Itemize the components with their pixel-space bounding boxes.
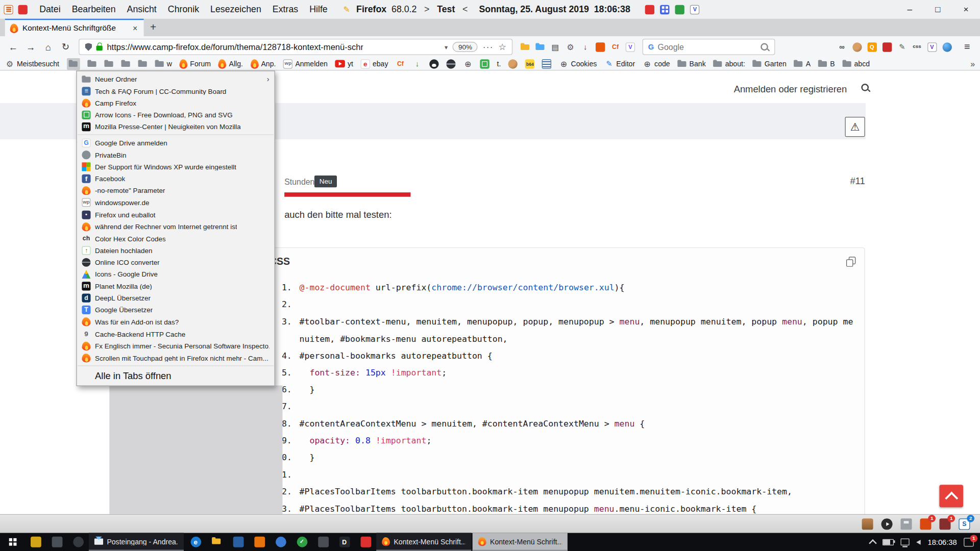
- orange-app-button[interactable]: [249, 533, 270, 551]
- menu-item[interactable]: windowspower.de: [77, 197, 275, 209]
- tab-active[interactable]: Kontext-Menü Schriftgröße ×: [5, 19, 144, 36]
- close-button[interactable]: ×: [952, 0, 980, 19]
- forward-button[interactable]: →: [22, 39, 39, 55]
- menu-item-open-all-in-tabs[interactable]: Alle in Tabs öffnen: [77, 368, 275, 384]
- red-box-icon[interactable]: [883, 42, 892, 52]
- menubar-item-hilfe[interactable]: Hilfe: [304, 5, 333, 15]
- page-search-icon[interactable]: [861, 83, 870, 92]
- pinned-dark-app-1-button[interactable]: [46, 533, 68, 551]
- brush-button[interactable]: [862, 518, 873, 530]
- css-badge-icon[interactable]: [912, 42, 921, 52]
- sidebar-icon[interactable]: [551, 42, 560, 52]
- menu-item[interactable]: Camp Firefox: [77, 97, 275, 109]
- bookmark-folder[interactable]: [104, 59, 113, 68]
- home-button[interactable]: ⌂: [40, 39, 56, 55]
- blue-app-button[interactable]: [270, 533, 291, 551]
- bookmark-globe-dark[interactable]: [446, 59, 455, 68]
- bookmark-code[interactable]: code: [643, 59, 670, 68]
- bookmark-meistbesucht[interactable]: Meistbesucht: [5, 59, 59, 68]
- bookmark-about:[interactable]: about:: [713, 59, 745, 68]
- bookmark-table-blue[interactable]: [542, 59, 551, 68]
- new-tab-button[interactable]: +: [144, 19, 163, 36]
- taskbar-task[interactable]: Posteingang - Andrea...: [89, 533, 184, 551]
- menubar-item-extras[interactable]: Extras: [267, 5, 304, 15]
- bookmark-b64[interactable]: [525, 59, 534, 68]
- gear-icon[interactable]: [566, 42, 575, 52]
- menu-item[interactable]: Online ICO converter: [77, 257, 275, 268]
- pinned-dark-app-2-button[interactable]: [67, 533, 89, 551]
- tracking-shield-icon[interactable]: [85, 43, 92, 51]
- cf-icon[interactable]: [610, 42, 620, 52]
- bookmark-abcd[interactable]: abcd: [842, 59, 870, 68]
- bookmark-b[interactable]: B: [818, 59, 835, 68]
- start-button[interactable]: [0, 533, 25, 551]
- bookmark-folder[interactable]: [67, 58, 80, 69]
- menu-item[interactable]: Scrollen mit Touchpad geht in Firefox ni…: [77, 352, 275, 364]
- link-icon[interactable]: [837, 42, 846, 52]
- bookmark-a[interactable]: A: [794, 59, 811, 68]
- battery-icon[interactable]: [883, 539, 894, 545]
- bookmark-editor[interactable]: Editor: [604, 59, 635, 68]
- taskbar-clock[interactable]: 18:06:38: [927, 538, 957, 546]
- back-button[interactable]: ←: [5, 39, 21, 55]
- bookmark-cookies[interactable]: Cookies: [559, 59, 597, 68]
- menu-item[interactable]: Arrow Icons - Free Download, PNG and SVG: [77, 109, 275, 120]
- menu-item[interactable]: Color Hex Color Codes: [77, 233, 275, 244]
- menubar-item-bearbeiten[interactable]: Bearbeiten: [66, 5, 121, 15]
- bookmark-star-button[interactable]: ☆: [498, 42, 506, 52]
- pencil-icon[interactable]: [897, 42, 906, 52]
- search-bar[interactable]: G Google: [643, 39, 775, 55]
- bookmark-ebay[interactable]: ebay: [361, 59, 388, 68]
- d-app-button[interactable]: [334, 533, 355, 551]
- bookmark-allg.[interactable]: Allg.: [218, 59, 243, 68]
- menu-item[interactable]: Firefox und euballot: [77, 209, 275, 220]
- bookmark-w[interactable]: w: [155, 59, 172, 68]
- globe-blue-icon[interactable]: [942, 42, 951, 52]
- bookmark-folder[interactable]: [87, 59, 96, 68]
- menu-item[interactable]: Icons - Google Drive: [77, 268, 275, 280]
- bookmark-green-grid[interactable]: [480, 59, 489, 68]
- menu-item[interactable]: Planet Mozilla (de): [77, 280, 275, 292]
- tab-close-button[interactable]: ×: [132, 23, 139, 33]
- green-check-button[interactable]: [291, 533, 313, 551]
- url-text[interactable]: https://www.camp-firefox.de/forum/thema/…: [107, 42, 363, 52]
- search-input[interactable]: Google: [658, 42, 756, 52]
- taskbar-task[interactable]: Kontext-Menü Schrift...: [473, 533, 568, 551]
- lock-icon[interactable]: [96, 45, 103, 51]
- bookmark-github[interactable]: [429, 59, 438, 68]
- orange-box-icon[interactable]: [596, 42, 605, 52]
- bookmark-forum[interactable]: Forum: [180, 59, 211, 68]
- v-badge-icon[interactable]: [927, 42, 937, 52]
- q-orange-icon[interactable]: [867, 42, 876, 52]
- bookmark-anp.[interactable]: Anp.: [251, 59, 276, 68]
- menu-item[interactable]: Fx Englisch immer - Secunia Personal Sof…: [77, 340, 275, 352]
- action-center-button[interactable]: 1: [964, 538, 974, 546]
- menu-item[interactable]: Der Support für Windows XP wurde eingest…: [77, 161, 275, 172]
- bookmark-folder[interactable]: [121, 59, 130, 68]
- bookmark-garten[interactable]: Garten: [753, 59, 787, 68]
- menu-item[interactable]: Neuer Ordner›: [77, 73, 275, 85]
- bookmark-download-green[interactable]: [412, 59, 422, 68]
- red-app-button[interactable]: [355, 533, 377, 551]
- zoom-indicator[interactable]: 90%: [453, 42, 478, 52]
- post-number[interactable]: #11: [850, 176, 865, 186]
- menubar-item-ansicht[interactable]: Ansicht: [121, 5, 162, 15]
- copy-code-button[interactable]: [846, 257, 856, 267]
- menubar-item-chronik[interactable]: Chronik: [162, 5, 205, 15]
- menu-item[interactable]: -no-remote" Parameter: [77, 185, 275, 196]
- s-app-button[interactable]: 2: [959, 518, 970, 530]
- menu-item[interactable]: PrivateBin: [77, 149, 275, 161]
- menu-item[interactable]: Was für ein Add-on ist das?: [77, 316, 275, 328]
- play-circle-button[interactable]: [881, 518, 893, 530]
- menu-item[interactable]: Cache-Backend HTTP Cache: [77, 328, 275, 340]
- network-icon[interactable]: [901, 539, 910, 545]
- reload-button[interactable]: ↻: [58, 39, 74, 55]
- bookmark-anmelden[interactable]: Anmelden: [283, 59, 328, 68]
- minimize-button[interactable]: –: [896, 0, 924, 19]
- folder-blue-icon[interactable]: [535, 42, 545, 52]
- menu-item[interactable]: Facebook: [77, 173, 275, 185]
- url-dropdown-icon[interactable]: ▾: [445, 43, 448, 50]
- menubar-item-datei[interactable]: Datei: [34, 5, 66, 15]
- menu-item[interactable]: Dateien hochladen: [77, 244, 275, 256]
- menu-hamburger-button[interactable]: ≡: [961, 41, 974, 53]
